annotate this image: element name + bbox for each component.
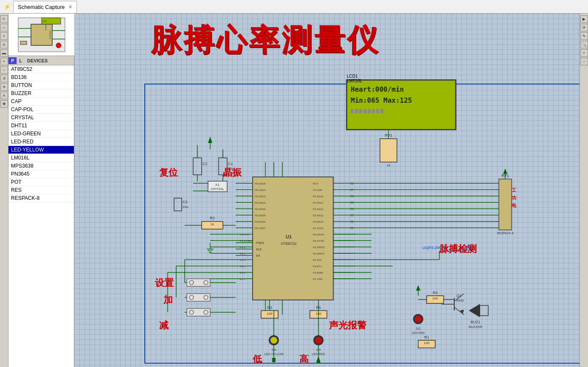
device-pot[interactable]: POT — [8, 178, 74, 186]
device-dht11[interactable]: DHT11 — [8, 122, 74, 130]
svg-rect-148 — [187, 308, 210, 316]
device-cap[interactable]: CAP — [8, 98, 74, 106]
svg-marker-74 — [208, 137, 212, 143]
device-led-yellow[interactable]: LED-YELLOW — [8, 146, 74, 154]
schematic-canvas[interactable]: 脉搏心率测量仪 Heart:000/min Min:065 Max:125 — [74, 14, 580, 367]
toolbar-label[interactable]: A — [0, 41, 8, 48]
right-tool-5[interactable]: + — [580, 49, 588, 57]
svg-text:P0.3/AD3: P0.3/AD3 — [255, 202, 266, 204]
tab-p[interactable]: P — [8, 57, 17, 64]
svg-text:P1.5: P1.5 — [240, 265, 245, 268]
device-list[interactable]: AT89C52 BD136 BUTTON BUZZER CAP CAP-POL … — [8, 65, 74, 367]
annotation-jian: 减 — [159, 319, 169, 332]
tab-l[interactable]: L — [17, 57, 25, 64]
annotation-fuwei: 复位 — [159, 166, 178, 179]
toolbar-zoom-in[interactable]: + — [0, 58, 8, 65]
device-respack-8[interactable]: RESPACK-8 — [8, 194, 74, 202]
svg-text:P1.2: P1.2 — [240, 246, 245, 249]
svg-point-166 — [315, 337, 322, 344]
svg-text:C3: C3 — [183, 200, 188, 204]
lcd-display: Heart:000/min Min:065 Max:125 — [346, 79, 456, 130]
annotation-maibo: 脉搏检测 — [439, 243, 477, 255]
device-crystal[interactable]: CRYSTAL — [8, 114, 74, 122]
svg-text:35: 35 — [350, 201, 354, 204]
svg-text:PSEN: PSEN — [256, 241, 264, 244]
schematic-grid[interactable]: 脉搏心率测量仪 Heart:000/min Min:065 Max:125 — [74, 14, 580, 367]
device-led-green[interactable]: LED-GREEN — [8, 130, 74, 138]
annotation-shezhi: 设置 — [155, 277, 174, 289]
svg-rect-80 — [380, 139, 397, 162]
svg-text:P3.6/WR: P3.6/WR — [313, 272, 324, 274]
right-tool-1[interactable]: ▶ — [580, 15, 588, 23]
svg-text:CRYSTAL: CRYSTAL — [211, 188, 224, 191]
device-res[interactable]: RES — [8, 186, 74, 194]
right-tool-4[interactable]: 🔍 — [580, 41, 588, 48]
svg-text:P1.1/T2EX: P1.1/T2EX — [240, 240, 252, 242]
svg-point-162 — [270, 337, 277, 344]
tab-label: Schematic Capture — [18, 4, 65, 10]
toolbar-component[interactable]: + — [0, 32, 8, 40]
svg-rect-10 — [20, 41, 27, 45]
device-button[interactable]: BUTTON — [8, 81, 74, 90]
svg-text:P2.2/A10: P2.2/A10 — [313, 195, 324, 198]
toolbar-annotate[interactable]: A — [0, 92, 8, 99]
svg-rect-138 — [187, 279, 210, 286]
svg-text:P3.2/INTO: P3.2/INTO — [313, 246, 325, 249]
svg-text:P3.1/TXD: P3.1/TXD — [313, 240, 324, 242]
toolbar-select[interactable]: ↖ — [0, 15, 8, 23]
lcd-line1: Heart:000/min — [351, 84, 452, 95]
svg-text:P2.3/A11: P2.3/A11 — [313, 202, 324, 204]
svg-text:P0.7/AD7: P0.7/AD7 — [255, 227, 266, 230]
svg-text:34: 34 — [350, 207, 354, 210]
right-tool-2[interactable]: ⟳ — [580, 24, 588, 31]
annotation-shengguang: 声光报警 — [329, 319, 366, 332]
svg-text:D2: D2 — [416, 327, 421, 331]
toolbar-rotate[interactable]: ↺ — [0, 75, 8, 82]
toolbar-wire[interactable]: ─ — [0, 24, 8, 31]
svg-text:100: 100 — [432, 297, 438, 300]
svg-text:RESPACK-8: RESPACK-8 — [497, 232, 513, 235]
device-bd136[interactable]: BD136 — [8, 73, 74, 81]
svg-text:P0.5/AD5: P0.5/AD5 — [255, 214, 266, 217]
svg-text:P1.4: P1.4 — [240, 259, 245, 261]
component-preview: LCD — [8, 14, 74, 56]
main-layout: ↖ ─ + A ▬ + − ↺ ✕ A ✚ LCD — [0, 14, 588, 367]
device-at89c52[interactable]: AT89C52 — [8, 65, 74, 73]
right-tool-6[interactable]: − — [580, 58, 588, 65]
svg-text:P1.3: P1.3 — [240, 252, 245, 255]
svg-text:P3.0/RXD: P3.0/RXD — [313, 233, 324, 236]
svg-rect-1 — [31, 24, 52, 45]
device-led-red[interactable]: LED-RED — [8, 138, 74, 146]
toolbar-delete[interactable]: ✕ — [0, 83, 8, 91]
svg-text:100: 100 — [424, 341, 430, 345]
right-tool-3[interactable]: ✎ — [580, 32, 588, 40]
svg-text:P2.1/A8: P2.1/A8 — [313, 189, 322, 191]
annotation-di: 低 — [253, 353, 262, 366]
sidebar-tabs: P L DEVICES — [8, 56, 74, 65]
device-lm016l[interactable]: LM016L — [8, 154, 74, 162]
device-mps3638[interactable]: MPS3638 — [8, 162, 74, 170]
toolbar-add-cross[interactable]: ✚ — [0, 100, 8, 108]
device-pn3645[interactable]: PN3645 — [8, 170, 74, 178]
svg-text:1k: 1k — [211, 222, 214, 226]
svg-text:10u: 10u — [183, 205, 188, 209]
device-buzzer[interactable]: BUZZER — [8, 90, 74, 98]
toolbar-bus[interactable]: ▬ — [0, 49, 8, 57]
svg-text:P2.5/A13: P2.5/A13 — [313, 214, 324, 217]
schematic-tab[interactable]: Schematic Capture ✕ — [13, 1, 77, 13]
svg-text:ALE: ALE — [256, 248, 262, 251]
svg-text:P2.4/A12: P2.4/A12 — [313, 208, 324, 210]
svg-text:R2: R2 — [210, 216, 215, 220]
svg-marker-190 — [416, 285, 420, 291]
svg-rect-66 — [174, 198, 182, 211]
svg-text:R4: R4 — [433, 291, 438, 295]
toolbar-zoom-out[interactable]: − — [0, 66, 8, 74]
svg-marker-103 — [503, 168, 507, 174]
device-cap-pol[interactable]: CAP-POL — [8, 106, 74, 114]
svg-text:P2.6/A14: P2.6/A14 — [313, 221, 324, 223]
circuit-title: 脉搏心率测量仪 — [151, 20, 380, 61]
svg-text:BUZZER: BUZZER — [469, 325, 482, 329]
lcd-model: LM016L — [347, 78, 362, 83]
close-tab-button[interactable]: ✕ — [68, 4, 72, 10]
svg-text:P0.6/AD6: P0.6/AD6 — [255, 221, 266, 223]
